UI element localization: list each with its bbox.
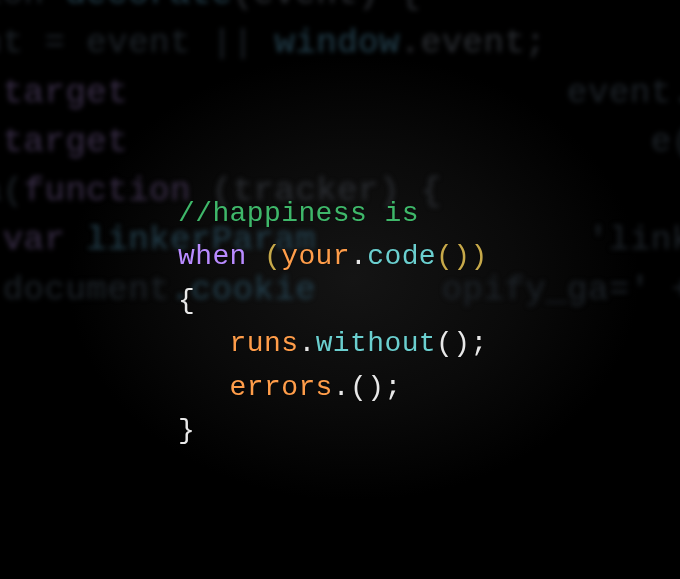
bg-line-7a: document [0, 271, 170, 309]
code-lbrace: { [178, 285, 195, 316]
code-method-without: without [316, 328, 436, 359]
bg-line-8a: }); [0, 320, 3, 358]
code-dot-2: . [298, 328, 315, 359]
bg-line-4a: f (target [0, 123, 128, 161]
bg-line-1a: ction [0, 0, 65, 13]
code-ident-errors: errors [230, 372, 333, 403]
code-call-2: (); [350, 372, 402, 403]
code-dot-3: . [333, 372, 350, 403]
code-ident-runs: runs [230, 328, 299, 359]
bg-line-2b: window [274, 24, 399, 62]
bg-line-1b: decorate [65, 0, 232, 13]
code-inner-parens: () [436, 241, 470, 272]
bg-line-6a: var [0, 221, 86, 259]
bg-line-4b: e('acti [128, 123, 680, 161]
code-method-code: code [367, 241, 436, 272]
code-rbrace: } [178, 415, 195, 446]
foreground-code: //happiness is when (your.code()) { runs… [178, 192, 488, 452]
bg-line-2c: .event; [400, 24, 546, 62]
bg-line-3b: event.srcE [128, 74, 680, 112]
bg-line-3a: ar target [0, 74, 128, 112]
code-ident-your: your [281, 241, 350, 272]
code-poster: ction decorate(event) { vent = event || … [0, 0, 680, 579]
code-keyword-when: when [178, 241, 264, 272]
bg-line-5a: ga( [0, 172, 24, 210]
bg-line-2a: vent = event || [0, 24, 274, 62]
code-comment: //happiness is [178, 198, 419, 229]
bg-line-1c: (event) { [233, 0, 421, 13]
code-dot-1: . [350, 241, 367, 272]
code-lparen: ( [264, 241, 281, 272]
code-call-1: (); [436, 328, 488, 359]
code-rparen: ) [470, 241, 487, 272]
